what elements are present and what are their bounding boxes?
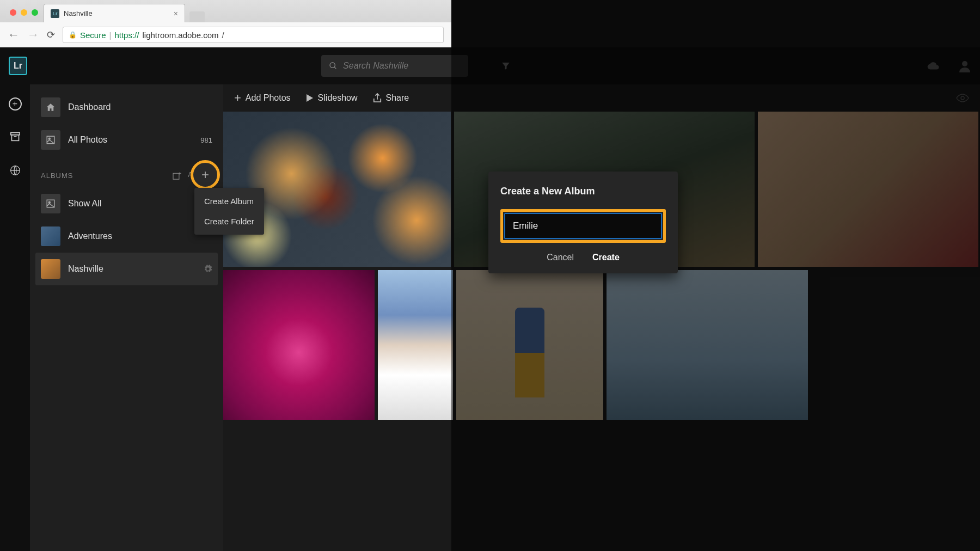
window-controls: [5, 9, 44, 22]
create-button[interactable]: Create: [592, 253, 620, 262]
create-album-menu-item[interactable]: Create Album: [194, 191, 264, 211]
album-thumbnail: [41, 226, 60, 246]
secure-label: Secure: [80, 30, 106, 40]
tab-close-icon[interactable]: ×: [174, 9, 178, 18]
sidebar-all-photos[interactable]: All Photos 981: [35, 124, 218, 156]
sidebar-all-photos-label: All Photos: [68, 135, 107, 145]
modal-actions: Cancel Create: [500, 253, 666, 262]
app-header: Lr: [0, 47, 980, 84]
play-icon: [306, 94, 314, 102]
slideshow-label: Slideshow: [318, 93, 358, 103]
sidebar: Dashboard All Photos 981 ALBUMS AZ +: [30, 84, 223, 551]
archive-icon[interactable]: [8, 129, 23, 144]
photo-thumbnail[interactable]: [758, 112, 978, 267]
favicon-icon: Lr: [51, 9, 59, 18]
url-path: /: [222, 30, 224, 40]
cloud-sync-icon[interactable]: [926, 61, 940, 71]
forward-button[interactable]: →: [27, 28, 39, 42]
photo-thumbnail[interactable]: [378, 270, 453, 420]
share-label: Share: [386, 93, 409, 103]
content-area: + Add Photos Slideshow Share: [223, 84, 980, 551]
plus-icon: +: [201, 167, 209, 182]
dim-overlay-top: [451, 0, 980, 47]
svg-rect-9: [173, 173, 179, 179]
lightroom-logo[interactable]: Lr: [9, 57, 27, 75]
search-icon: [329, 61, 338, 71]
modal-title: Create a New Album: [500, 186, 666, 197]
photo-thumbnail[interactable]: [607, 270, 808, 420]
user-avatar-icon[interactable]: [958, 59, 971, 72]
share-icon: [373, 93, 382, 103]
left-rail: +: [0, 84, 30, 551]
photo-thumbnail[interactable]: [223, 270, 375, 420]
reload-button[interactable]: ⟳: [47, 29, 55, 41]
sidebar-album-label: Adventures: [68, 231, 112, 241]
slideshow-button[interactable]: Slideshow: [306, 93, 358, 103]
share-button[interactable]: Share: [373, 93, 409, 103]
album-thumbnail: [41, 259, 60, 279]
filter-icon[interactable]: [501, 61, 511, 71]
url-protocol: https://: [114, 30, 139, 40]
svg-point-8: [48, 138, 50, 139]
back-button[interactable]: ←: [8, 28, 20, 42]
url-field[interactable]: 🔒 Secure | https://lightroom.adobe.com/: [63, 27, 444, 43]
sidebar-dashboard[interactable]: Dashboard: [35, 91, 218, 124]
plus-icon: +: [234, 91, 241, 105]
album-name-input[interactable]: [504, 213, 662, 239]
sidebar-album-adventures[interactable]: Adventures: [35, 220, 218, 253]
visibility-icon[interactable]: [956, 94, 969, 102]
create-menu: Create Album Create Folder: [194, 188, 264, 235]
new-tab-button[interactable]: [189, 11, 205, 22]
minimize-window-button[interactable]: [21, 9, 27, 16]
sidebar-show-all[interactable]: Show All: [35, 187, 218, 220]
add-photos-label: Add Photos: [246, 93, 291, 103]
close-window-button[interactable]: [10, 9, 16, 16]
svg-point-13: [48, 201, 50, 203]
photo-icon: [41, 194, 60, 213]
svg-point-14: [961, 96, 964, 100]
all-photos-count: 981: [200, 136, 212, 144]
browser-chrome: Lr Nashville × ← → ⟳ 🔒 Secure | https://…: [0, 0, 451, 48]
tab-bar: Lr Nashville ×: [0, 0, 451, 22]
sidebar-album-label: Nashville: [68, 264, 103, 274]
address-bar: ← → ⟳ 🔒 Secure | https://lightroom.adobe…: [0, 22, 451, 47]
lightroom-app: Lr +: [0, 47, 980, 551]
albums-label: ALBUMS: [41, 172, 73, 180]
create-folder-menu-item[interactable]: Create Folder: [194, 211, 264, 231]
svg-point-0: [330, 63, 335, 68]
add-album-highlight[interactable]: +: [191, 160, 220, 189]
globe-icon[interactable]: [8, 163, 23, 178]
create-album-modal: Create a New Album Cancel Create: [488, 172, 678, 273]
sidebar-album-nashville[interactable]: Nashville: [35, 253, 218, 285]
add-photos-button[interactable]: + Add Photos: [234, 91, 291, 105]
album-name-input-highlight: [500, 209, 666, 243]
lock-icon: 🔒: [69, 31, 77, 39]
tab-title: Nashville: [64, 9, 169, 17]
svg-rect-4: [11, 135, 19, 141]
browser-tab[interactable]: Lr Nashville ×: [44, 4, 185, 22]
sidebar-dashboard-label: Dashboard: [68, 102, 111, 112]
new-album-small-icon[interactable]: [173, 172, 181, 180]
photo-icon: [41, 130, 60, 150]
add-button[interactable]: +: [9, 97, 22, 111]
svg-point-2: [962, 61, 967, 66]
maximize-window-button[interactable]: [32, 9, 38, 16]
url-domain: lightroom.adobe.com: [142, 30, 218, 40]
gear-icon[interactable]: [204, 265, 212, 273]
sidebar-show-all-label: Show All: [68, 199, 101, 209]
url-separator: |: [109, 30, 112, 40]
home-icon: [41, 97, 60, 117]
content-toolbar: + Add Photos Slideshow Share: [223, 84, 980, 112]
search-input[interactable]: [343, 61, 461, 71]
search-box[interactable]: [321, 55, 468, 77]
photo-thumbnail[interactable]: [456, 270, 603, 420]
svg-line-1: [334, 67, 336, 69]
cancel-button[interactable]: Cancel: [547, 253, 574, 262]
